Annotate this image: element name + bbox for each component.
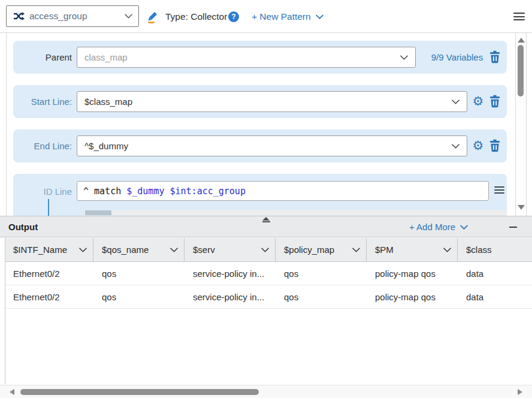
parent-dropdown[interactable]: class_map bbox=[77, 47, 416, 68]
end-line-value: ^$_dummy bbox=[84, 141, 452, 151]
chevron-down-icon[interactable] bbox=[352, 248, 360, 252]
new-pattern-button[interactable]: + New Pattern bbox=[252, 0, 324, 33]
scroll-right-arrow[interactable] bbox=[518, 389, 522, 395]
hamburger-menu-icon[interactable] bbox=[513, 13, 525, 20]
id-line-input[interactable]: ^ match $_dummy $int:acc_group bbox=[77, 181, 489, 201]
nested-horizontal-scrollbar[interactable] bbox=[84, 210, 507, 215]
scroll-down-arrow[interactable] bbox=[518, 205, 525, 210]
gear-icon[interactable]: ⚙ bbox=[471, 138, 485, 153]
help-icon[interactable]: ? bbox=[228, 11, 239, 22]
chevron-down-icon bbox=[452, 144, 460, 149]
add-more-button[interactable]: + Add More bbox=[409, 216, 468, 237]
variables-link[interactable]: 9/9 Variables bbox=[427, 41, 487, 74]
horizontal-scrollbar-thumb[interactable] bbox=[20, 389, 259, 395]
start-line-row: Start Line: $class_map ⚙ bbox=[13, 85, 507, 118]
parent-row: Parent class_map 9/9 Variables bbox=[13, 41, 507, 74]
chevron-down-icon bbox=[316, 14, 324, 19]
chevron-down-icon[interactable] bbox=[79, 248, 87, 252]
gear-icon[interactable]: ⚙ bbox=[471, 94, 485, 108]
add-more-label: + Add More bbox=[409, 222, 455, 232]
trash-icon[interactable] bbox=[489, 50, 501, 64]
output-title: Output bbox=[8, 216, 38, 237]
table-row: Ethernet0/2 qos service-policy in... qos… bbox=[5, 285, 532, 309]
edit-pencil-icon[interactable] bbox=[146, 10, 159, 23]
trash-icon[interactable] bbox=[489, 95, 501, 108]
end-line-dropdown[interactable]: ^$_dummy bbox=[77, 135, 467, 156]
editor-vertical-scrollbar[interactable] bbox=[515, 33, 526, 216]
output-left-border bbox=[5, 237, 5, 384]
column-header: $PM bbox=[367, 238, 458, 261]
collapse-triangle-icon bbox=[262, 217, 270, 221]
chevron-down-icon[interactable] bbox=[170, 248, 178, 252]
output-table-header: $INTF_Name $qos_name $serv $policy_map $… bbox=[5, 238, 532, 262]
parent-dropdown-value: class_map bbox=[84, 52, 400, 62]
start-line-value: $class_map bbox=[84, 97, 452, 107]
column-header: $serv bbox=[185, 238, 276, 261]
output-header: Output + Add More bbox=[0, 216, 532, 237]
pattern-select-value: access_group bbox=[29, 11, 87, 22]
column-header: $class bbox=[458, 238, 532, 261]
nested-scrollbar-thumb[interactable] bbox=[85, 210, 111, 215]
scroll-left-arrow[interactable] bbox=[10, 389, 14, 395]
column-header: $qos_name bbox=[93, 238, 185, 261]
chevron-down-icon bbox=[452, 100, 460, 104]
chevron-down-icon[interactable] bbox=[261, 248, 269, 252]
column-header: $INTF_Name bbox=[5, 238, 93, 261]
id-line-label: ID Line bbox=[13, 174, 72, 209]
end-line-label: End Line: bbox=[13, 129, 72, 162]
minimize-icon bbox=[509, 227, 517, 228]
chevron-down-icon bbox=[400, 55, 408, 60]
pattern-editor-app: access_group Type: Collector ? + New Pat… bbox=[0, 0, 532, 398]
pattern-icon bbox=[13, 11, 25, 22]
output-panel: Output + Add More $INTF_Name $qos_name $… bbox=[0, 216, 532, 398]
chevron-down-icon bbox=[125, 14, 132, 19]
start-line-dropdown[interactable]: $class_map bbox=[77, 91, 467, 112]
tree-connector-line bbox=[48, 199, 49, 216]
column-header: $policy_map bbox=[276, 238, 367, 261]
panel-collapse-handle[interactable] bbox=[261, 217, 271, 222]
id-line-row: ID Line ^ match $_dummy $int:acc_group bbox=[13, 174, 507, 221]
new-pattern-label: + New Pattern bbox=[252, 11, 311, 22]
editor-right-border bbox=[526, 33, 527, 216]
vertical-scrollbar-thumb[interactable] bbox=[518, 45, 524, 97]
pattern-type-label: Type: Collector bbox=[165, 0, 227, 33]
output-table-body: Ethernet0/2 qos service-policy in... qos… bbox=[5, 262, 532, 309]
minimize-button[interactable] bbox=[507, 216, 518, 237]
end-line-row: End Line: ^$_dummy ⚙ bbox=[13, 129, 507, 162]
top-toolbar: access_group Type: Collector ? + New Pat… bbox=[0, 0, 532, 33]
parent-label: Parent bbox=[13, 41, 72, 74]
pattern-select-dropdown[interactable]: access_group bbox=[6, 5, 139, 27]
start-line-label: Start Line: bbox=[13, 85, 72, 118]
collapse-bar bbox=[262, 221, 270, 222]
table-row: Ethernet0/2 qos service-policy in... qos… bbox=[5, 262, 532, 285]
chevron-down-icon bbox=[460, 225, 468, 230]
chevron-down-icon[interactable] bbox=[443, 248, 451, 252]
bottom-horizontal-scrollbar[interactable] bbox=[0, 385, 532, 398]
id-line-pattern-text: ^ match $_dummy $int:acc_group bbox=[83, 186, 246, 197]
trash-icon[interactable] bbox=[489, 139, 501, 152]
editor-left-border bbox=[6, 33, 7, 216]
scroll-up-arrow[interactable] bbox=[518, 38, 525, 43]
id-line-menu-icon[interactable] bbox=[494, 186, 504, 194]
